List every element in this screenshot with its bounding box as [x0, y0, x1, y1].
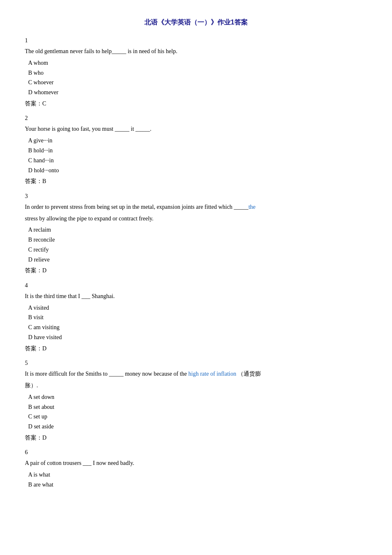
question-3-option-a: A reclaim — [28, 225, 367, 235]
question-5-continuation: 胀）. — [25, 381, 367, 391]
question-3-continuation: stress by allowing the pipe to expand or… — [25, 214, 367, 224]
question-4-option-c: C am visiting — [28, 323, 367, 333]
question-1-option-b: B who — [28, 68, 367, 78]
question-6-text: A pair of cotton trousers ___ I now need… — [25, 458, 367, 468]
question-2-option-c: C hand···in — [28, 156, 367, 166]
question-3: 3 In order to prevent stress from being … — [25, 191, 367, 276]
question-1-number: 1 — [25, 35, 367, 46]
question-4: 4 It is the third time that I ___ Shangh… — [25, 280, 367, 354]
question-4-answer: 答案：D — [25, 343, 367, 354]
question-2-text: Your horse is going too fast, you must _… — [25, 124, 367, 134]
question-1-option-c: C whoever — [28, 78, 367, 88]
question-3-text: In order to prevent stress from being se… — [25, 202, 367, 212]
question-2-option-d: D hold···onto — [28, 166, 367, 176]
question-5-option-c: C set up — [28, 412, 367, 422]
question-6-option-b: B are what — [28, 480, 367, 490]
question-2-option-a: A give···in — [28, 136, 367, 146]
question-2-answer: 答案：B — [25, 176, 367, 186]
question-5-option-b: B set about — [28, 402, 367, 412]
question-4-option-d: D have visited — [28, 333, 367, 342]
question-6-option-a: A is what — [28, 470, 367, 480]
question-1-option-d: D whomever — [28, 88, 367, 98]
question-3-answer: 答案：D — [25, 265, 367, 276]
question-5-text: It is more difficult for the Smiths to _… — [25, 369, 367, 379]
question-1-text: The old gentleman never fails to help___… — [25, 46, 367, 56]
question-6: 6 A pair of cotton trousers ___ I now ne… — [25, 447, 367, 490]
question-1: 1 The old gentleman never fails to help_… — [25, 35, 367, 109]
question-5-answer: 答案：D — [25, 433, 367, 443]
question-5: 5 It is more difficult for the Smiths to… — [25, 358, 367, 443]
question-3-option-c: C rectify — [28, 245, 367, 255]
question-1-option-a: A whom — [28, 58, 367, 68]
question-5-option-a: A set down — [28, 392, 367, 402]
question-4-option-a: A visited — [28, 303, 367, 313]
question-2-option-b: B hold···in — [28, 146, 367, 156]
page-title: 北语《大学英语（一）》作业1答案 — [25, 17, 367, 29]
question-1-answer: 答案：C — [25, 98, 367, 109]
question-2: 2 Your horse is going too fast, you must… — [25, 113, 367, 186]
question-4-option-b: B visit — [28, 313, 367, 323]
question-6-number: 6 — [25, 447, 367, 457]
question-4-text: It is the third time that I ___ Shanghai… — [25, 291, 367, 301]
question-5-number: 5 — [25, 358, 367, 368]
question-2-number: 2 — [25, 113, 367, 123]
question-3-number: 3 — [25, 191, 367, 201]
question-3-option-b: B reconcile — [28, 235, 367, 245]
question-5-option-d: D set aside — [28, 422, 367, 432]
question-4-number: 4 — [25, 280, 367, 291]
question-3-option-d: D relieve — [28, 255, 367, 265]
